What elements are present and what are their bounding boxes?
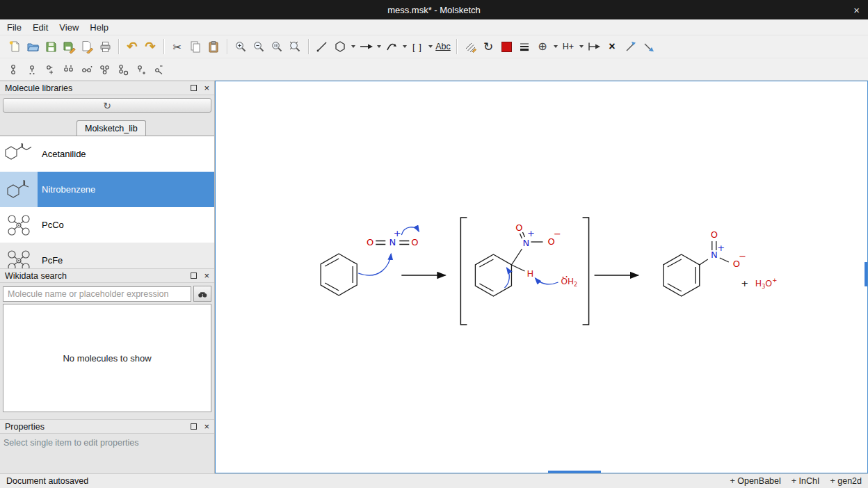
menu-edit[interactable]: Edit xyxy=(29,21,55,34)
connect-arrow-button[interactable] xyxy=(585,38,603,56)
save-button[interactable] xyxy=(42,38,60,56)
fragment-tool-button-5[interactable] xyxy=(78,60,96,79)
flip-horizontal-icon xyxy=(623,40,637,54)
fragment-tool-button-6[interactable] xyxy=(96,60,114,79)
draw-bond-button[interactable] xyxy=(313,38,331,56)
wikidata-search-button[interactable] xyxy=(193,286,211,302)
svg-text:H[interactable]: H xyxy=(527,268,534,279)
library-item-pcfe[interactable]: PcFe xyxy=(0,243,214,268)
mechanism-arrow-button[interactable] xyxy=(383,38,401,56)
export-button[interactable] xyxy=(78,38,96,56)
reactant-benzene[interactable] xyxy=(321,254,357,295)
library-refresh-button[interactable]: ↻ xyxy=(3,98,211,113)
bond-tool-icon xyxy=(315,40,329,54)
ring-tool-button[interactable] xyxy=(331,38,349,56)
color-swatch-icon xyxy=(501,42,512,52)
paste-button[interactable] xyxy=(204,38,223,56)
dropdown-arrow-icon[interactable] xyxy=(579,45,584,48)
svg-text:N[interactable]: N xyxy=(389,237,396,247)
toolbar-separator xyxy=(227,39,227,54)
window-close-icon[interactable]: × xyxy=(853,0,860,19)
fragment-tool-button-8[interactable] xyxy=(132,60,150,79)
svg-text:OH2: OH2 xyxy=(561,277,578,288)
bracket-tool-button[interactable]: [ ] xyxy=(408,38,426,56)
drawing-canvas[interactable]: O N O + xyxy=(215,81,868,473)
properties-panel-header: Properties × xyxy=(0,419,214,434)
menu-file[interactable]: File xyxy=(3,21,29,34)
zoom-original-button[interactable] xyxy=(268,38,286,56)
hydronium-ion[interactable]: H3O+ xyxy=(755,277,777,290)
library-item-nitrobenzene[interactable]: Nitrobenzene xyxy=(0,172,214,207)
nitronium-ion[interactable]: O N O + xyxy=(367,228,418,247)
wikidata-search-input[interactable] xyxy=(3,286,191,302)
undo-button[interactable]: ↶ xyxy=(123,38,141,56)
flip-horizontal-button[interactable] xyxy=(621,38,639,56)
cleanup-button[interactable]: ↻ xyxy=(479,38,497,56)
close-panel-icon[interactable]: × xyxy=(204,422,209,431)
fragment-tool-button-4[interactable] xyxy=(60,60,78,79)
hatch-tool-button[interactable] xyxy=(461,38,479,56)
svg-text:N[interactable]: N xyxy=(523,238,530,248)
canvas-horizontal-scrollbar[interactable] xyxy=(548,471,601,473)
new-file-button[interactable] xyxy=(6,38,24,56)
svg-text:O[interactable]: O xyxy=(515,222,522,233)
color-picker-button[interactable] xyxy=(497,38,515,56)
flip-vertical-button[interactable] xyxy=(639,38,657,56)
nitrobenzene-product[interactable]: O N + O − xyxy=(664,229,747,296)
electron-arrow-ring-to-nitronium[interactable] xyxy=(358,254,391,275)
print-button[interactable] xyxy=(96,38,114,56)
canvas-vertical-scrollbar[interactable] xyxy=(865,262,867,286)
electron-arrow-ring-rearomatize[interactable] xyxy=(504,268,509,288)
text-tool-button[interactable]: Abc xyxy=(434,38,452,56)
zoom-out-button[interactable] xyxy=(250,38,268,56)
fragment-tool-button-1[interactable] xyxy=(6,60,24,79)
open-file-button[interactable] xyxy=(24,38,42,56)
dropdown-arrow-icon[interactable] xyxy=(554,45,558,48)
zoom-original-icon xyxy=(270,40,284,54)
wikidata-empty-text: No molecules to show xyxy=(63,353,151,364)
svg-text:O[interactable]: O xyxy=(411,237,418,247)
hydrogen-tool-button[interactable]: H+ xyxy=(559,38,577,56)
delete-button[interactable]: × xyxy=(603,38,621,56)
electron-arrow-n-to-o[interactable] xyxy=(401,227,419,235)
float-panel-icon[interactable] xyxy=(191,423,197,430)
reaction-scene[interactable]: O N O + xyxy=(216,81,867,473)
save-as-icon xyxy=(62,40,76,54)
float-panel-icon[interactable] xyxy=(191,273,197,279)
close-panel-icon[interactable]: × xyxy=(204,271,209,280)
svg-text:O[interactable]: O xyxy=(711,229,718,240)
arenium-intermediate[interactable]: O N + O − H xyxy=(475,222,561,296)
dropdown-arrow-icon[interactable] xyxy=(428,45,433,48)
library-item-acetanilide[interactable]: Acetanilide xyxy=(0,136,214,172)
zoom-fit-button[interactable] xyxy=(286,38,304,56)
fragment-tool-button-7[interactable] xyxy=(114,60,132,79)
zoom-in-button[interactable] xyxy=(232,38,250,56)
save-as-button[interactable] xyxy=(60,38,78,56)
dropdown-arrow-icon[interactable] xyxy=(403,45,407,48)
copy-button[interactable] xyxy=(186,38,204,56)
svg-text:N[interactable]: N xyxy=(711,250,718,260)
svg-text:+: + xyxy=(394,228,401,238)
tab-molsketch-lib[interactable]: Molsketch_lib xyxy=(77,120,146,136)
fragment-tool-button-2[interactable] xyxy=(24,60,42,79)
main-toolbar: ↶ ↷ ✂ xyxy=(0,35,868,58)
menu-view[interactable]: View xyxy=(55,21,86,34)
charge-tool-button[interactable]: ⊕ xyxy=(533,38,552,56)
library-item-label: PcFe xyxy=(42,255,63,266)
close-panel-icon[interactable]: × xyxy=(204,83,209,92)
electron-arrow-water-to-h[interactable] xyxy=(535,278,558,284)
float-panel-icon[interactable] xyxy=(191,85,197,91)
cut-button[interactable]: ✂ xyxy=(168,38,186,56)
menu-help[interactable]: Help xyxy=(86,21,115,34)
water-nucleophile[interactable]: OH2 xyxy=(561,276,578,288)
reaction-arrow-button[interactable] xyxy=(357,38,375,56)
fragment-icon xyxy=(134,63,148,76)
redo-button[interactable]: ↷ xyxy=(141,38,159,56)
fragment-tool-button-3[interactable] xyxy=(42,60,60,79)
library-item-pcco[interactable]: PcCo xyxy=(0,207,214,243)
svg-text:O[interactable]: O xyxy=(367,237,373,247)
fragment-tool-button-9[interactable] xyxy=(150,60,168,79)
dropdown-arrow-icon[interactable] xyxy=(351,45,355,48)
line-width-button[interactable] xyxy=(515,38,533,56)
dropdown-arrow-icon[interactable] xyxy=(377,45,381,48)
